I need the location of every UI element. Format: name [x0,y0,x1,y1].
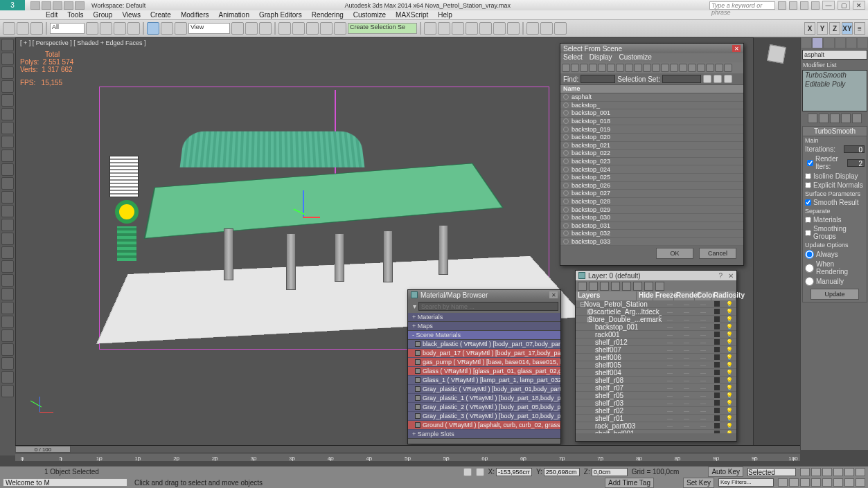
rotate-button[interactable] [161,22,173,35]
snap-toggle-button[interactable] [278,22,291,35]
ribbon-btn[interactable] [1,163,14,176]
constraint-z[interactable]: Z [829,22,840,35]
menu-animation[interactable]: Animation [214,10,253,19]
sfs-list-item[interactable]: backstop_027 [560,190,743,198]
app-icon[interactable]: 3 [0,0,25,10]
time-ruler[interactable]: 0510152025303540455055606570758085909510… [15,453,800,461]
ribbon-btn[interactable] [1,191,14,204]
sfs-list-item[interactable]: backstop_029 [560,206,743,214]
menu-group[interactable]: Group [89,10,117,19]
close-button[interactable]: ✕ [853,1,865,10]
schematic-view-button[interactable] [493,22,506,35]
scene-materials-list[interactable]: black_plastic ( VRayMtl ) [body_part_07,… [408,340,560,430]
sfs-filter-btn[interactable] [697,64,705,72]
sfs-list-item[interactable]: backstop_018 [560,118,743,126]
layer-row[interactable]: shelf_r05———💡 [576,392,736,399]
qat-btn[interactable] [64,1,73,10]
stack-btn[interactable] [852,114,862,123]
goto-start-button[interactable] [800,468,810,476]
viewcube[interactable] [763,40,790,68]
x-coord-input[interactable] [496,468,532,476]
menu-maxscript[interactable]: MAXScript [391,10,432,19]
sfs-list-item[interactable]: backstop_033 [560,238,743,246]
material-item[interactable]: Gray_plastic_2 ( VRayMtl ) [body_part_05… [408,403,560,412]
material-item[interactable]: Glass_1 ( VRayMtl ) [lamp_part_1, lamp_p… [408,376,560,385]
layer-row[interactable]: shelf007———💡 [576,346,736,354]
stack-btn[interactable] [819,114,829,123]
sfs-list-item[interactable]: backstop_028 [560,198,743,206]
tab-hierarchy[interactable] [823,37,834,48]
ribbon-btn[interactable] [1,122,14,134]
stack-btn[interactable] [808,114,817,123]
sfs-filter-btn[interactable] [607,64,615,72]
smooth-result-check[interactable] [805,199,811,206]
object-name-field[interactable] [802,50,867,60]
key-filters-button[interactable]: Key Filters... [718,478,774,487]
material-search-input[interactable] [418,302,558,311]
sfs-list-item[interactable]: backstop_031 [560,222,743,231]
named-selection-dropdown[interactable]: Create Selection Se [348,23,417,34]
percent-snap-button[interactable] [306,22,319,35]
material-group[interactable]: + Materials [408,313,560,322]
material-item[interactable]: Gray_plastic_3 ( VRayMtl ) [body_part_10… [408,412,560,421]
setkey-button[interactable]: Set Key [683,478,714,488]
sfs-list-item[interactable]: backstop_ [560,102,743,110]
menu-views[interactable]: Views [118,10,145,19]
ribbon-btn[interactable] [1,136,14,148]
layer-tb-btn[interactable] [644,282,653,291]
redo-button[interactable] [17,22,29,35]
menu-tools[interactable]: Tools [63,10,87,19]
infocenter-search[interactable]: Type a keyword or phrase [709,1,775,10]
layer-row[interactable]: rack_part003———💡 [576,422,736,430]
material-item[interactable]: Ground ( VRayMtl ) [asphalt, curb, curb_… [408,421,560,430]
sfs-menu-display[interactable]: Display [590,53,612,62]
menu-grapheditors[interactable]: Graph Editors [255,10,306,19]
layer-tb-btn[interactable] [655,282,664,291]
rollout-header[interactable]: TurboSmooth [803,127,867,136]
sfs-filter-btn[interactable] [688,64,696,72]
maxscript-listener[interactable]: Welcome to M [3,478,127,487]
y-coord-input[interactable] [544,468,580,476]
selection-set-dropdown[interactable] [662,75,701,83]
key-mode-dropdown[interactable]: Selected [747,468,796,476]
material-group[interactable]: + Maps [408,322,560,331]
z-coord-input[interactable] [592,468,628,476]
ribbon-btn[interactable] [1,80,14,93]
workspace-dropdown[interactable]: Workspace: Default [91,2,145,9]
ribbon-btn[interactable] [1,329,14,342]
sfs-filter-btn[interactable] [652,64,660,72]
dialog-close-button[interactable]: ✕ [732,45,741,52]
ribbon-btn[interactable] [1,150,14,162]
sfs-filter-btn[interactable] [589,64,597,72]
modifier-list-label[interactable]: Modifier List [801,61,868,69]
layer-row[interactable]: shelf_r012———💡 [576,338,736,346]
layers-button[interactable] [452,22,464,35]
curve-editor-button[interactable] [479,22,492,35]
zoom-extents-button[interactable] [800,478,810,487]
add-time-tag-button[interactable]: Add Time Tag [605,478,654,488]
zoom-extents-all-button[interactable] [811,478,821,487]
ribbon-btn[interactable] [1,219,14,231]
select-by-name-button[interactable] [100,22,112,35]
select-region-button[interactable] [114,22,126,35]
tab-utilities[interactable] [857,37,868,48]
key-mode-button[interactable] [856,468,865,476]
ribbon-btn[interactable] [1,94,14,107]
ribbon-btn[interactable] [1,357,14,370]
menu-customize[interactable]: Customize [349,10,390,19]
ribbon-btn[interactable] [1,205,14,217]
sfs-list-item[interactable]: backstop_020 [560,134,743,142]
update-rendering-radio[interactable] [805,264,814,273]
sfs-menu-customize[interactable]: Customize [619,53,652,62]
sfs-filter-btn[interactable] [679,64,687,72]
col-hide[interactable]: Hide [637,291,653,300]
material-item[interactable]: black_plastic ( VRayMtl ) [body_part_07,… [408,340,560,349]
sfs-filter-btn[interactable] [661,64,669,72]
ribbon-btn[interactable] [1,233,14,245]
sfs-tool-btn[interactable] [714,75,722,83]
menu-modifiers[interactable]: Modifiers [177,10,213,19]
sfs-filter-btn[interactable] [580,64,588,72]
update-manually-radio[interactable] [805,277,814,286]
qat-btn[interactable] [30,1,40,10]
render-iters-check[interactable] [807,160,813,166]
